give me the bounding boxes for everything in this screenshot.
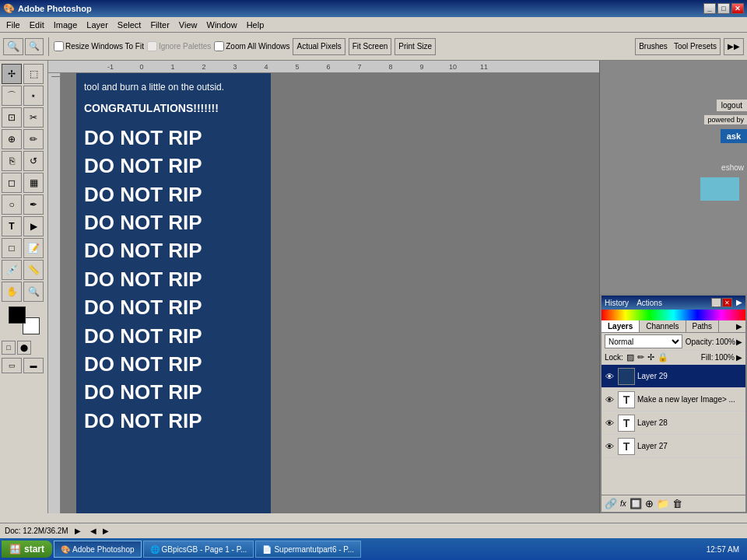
maximize-button[interactable]: □ (717, 3, 730, 14)
layer-27-visibility[interactable]: 👁 (603, 440, 615, 453)
blend-mode-select[interactable]: Normal (605, 334, 682, 348)
menu-edit[interactable]: Edit (25, 19, 49, 31)
resize-windows-input[interactable] (54, 41, 64, 51)
do-not-rip-line: DO NOT RIP (84, 208, 263, 236)
menu-file[interactable]: File (2, 19, 25, 31)
lock-transparency-icon[interactable]: ▨ (626, 352, 634, 362)
taskbar-photoshop[interactable]: 🎨 Adobe Photoshop (54, 541, 142, 558)
dodge-tool[interactable]: ○ (2, 194, 22, 215)
layer-27-thumb: T (618, 438, 635, 455)
layers-bottom-bar: 🔗 fx 🔲 ⊕ 📁 🗑 (601, 495, 745, 512)
crop-tool[interactable]: ⊡ (2, 107, 22, 128)
slideshow-link[interactable]: eshow (718, 162, 747, 173)
zoom-in-btn[interactable]: 🔍 (3, 38, 23, 55)
layers-minimize[interactable]: _ (711, 298, 721, 307)
layer-delete-icon[interactable]: 🗑 (672, 498, 682, 509)
separator1 (48, 37, 49, 56)
zoom-out-btn[interactable]: 🔍 (25, 38, 44, 55)
close-button[interactable]: ✕ (731, 3, 744, 14)
brushes-presets-btn[interactable]: Brushes Tool Presets (635, 38, 721, 55)
menu-filter[interactable]: Filter (146, 19, 174, 31)
canvas-content[interactable]: tool and burn a little on the outsid. CO… (61, 73, 599, 513)
ignore-palettes-checkbox[interactable]: Ignore Palettes (147, 41, 211, 51)
status-arrow[interactable]: ▶ (75, 527, 81, 535)
layer-link-icon[interactable]: 🔗 (605, 498, 617, 509)
menu-window[interactable]: Window (202, 19, 242, 31)
minimize-button[interactable]: _ (703, 3, 716, 14)
palette-arrow-btn[interactable]: ▶▶ (724, 38, 744, 55)
taskbar-gbpics[interactable]: 🌐 GBpicsGB - Page 1 - P... (143, 541, 254, 558)
lock-move-icon[interactable]: ✢ (647, 352, 654, 362)
ignore-palettes-input[interactable] (147, 41, 157, 51)
quick-mask-btn[interactable]: ⬤ (17, 341, 31, 355)
standard-mode-btn[interactable]: □ (2, 341, 16, 355)
text-tool[interactable]: T (2, 216, 22, 236)
layers-panel-menu-arrow[interactable]: ▶ (733, 320, 745, 332)
eraser-tool[interactable]: ◻ (2, 173, 22, 193)
scroll-right-btn[interactable]: ▶ (103, 527, 109, 535)
menu-select[interactable]: Select (113, 19, 146, 31)
canvas-area: -1 0 1 2 3 4 5 6 7 8 9 10 11 │ (48, 61, 599, 513)
healing-tool[interactable]: ⊕ (2, 129, 22, 149)
powered-by-label: powered by (704, 115, 747, 124)
measure-tool[interactable]: 📏 (23, 260, 44, 280)
lasso-tool[interactable]: ⌒ (2, 86, 22, 106)
layer-row-28[interactable]: 👁 T Layer 28 (601, 411, 745, 435)
gradient-tool[interactable]: ▦ (23, 173, 44, 193)
congratulations-text: CONGRATULATIONS!!!!!!! (84, 102, 263, 114)
shape-tool[interactable]: □ (2, 238, 22, 258)
options-toolbar: 🔍 🔍 Resize Windows To Fit Ignore Palette… (0, 33, 747, 61)
menu-layer[interactable]: Layer (82, 19, 113, 31)
pen-tool[interactable]: ✒ (23, 194, 44, 215)
color-swatches[interactable] (9, 306, 40, 334)
lock-all-icon[interactable]: 🔒 (658, 352, 668, 362)
notes-tool[interactable]: 📝 (23, 238, 44, 258)
resize-windows-checkbox[interactable]: Resize Windows To Fit (54, 41, 144, 51)
ask-button[interactable]: ask (721, 129, 747, 143)
layer-group-icon[interactable]: 📁 (657, 498, 669, 509)
lock-paint-icon[interactable]: ✏ (637, 352, 644, 362)
zoom-tool[interactable]: 🔍 (23, 282, 44, 302)
layer-fx-icon[interactable]: fx (620, 499, 626, 508)
magic-wand-tool[interactable]: ⋆ (23, 86, 44, 106)
fullscreen-with-menu-btn[interactable]: ▬ (23, 358, 44, 373)
eyedropper-tool[interactable]: 💉 (2, 260, 22, 280)
tab-channels[interactable]: Channels (640, 320, 686, 332)
layer-row-29[interactable]: 👁 Layer 29 (601, 365, 745, 388)
selection-tool[interactable]: ⬚ (23, 64, 44, 84)
standard-screen-btn[interactable]: ▭ (2, 358, 22, 373)
path-select-tool[interactable]: ▶ (23, 216, 44, 236)
scroll-left-btn[interactable]: ◀ (90, 527, 96, 535)
clone-stamp-tool[interactable]: ⎘ (2, 151, 22, 171)
actual-pixels-button[interactable]: Actual Pixels (293, 38, 345, 55)
layer-29-visibility[interactable]: 👁 (603, 370, 615, 383)
fill-arrow[interactable]: ▶ (736, 353, 742, 362)
menu-image[interactable]: Image (49, 19, 82, 31)
history-brush-tool[interactable]: ↺ (23, 151, 44, 171)
print-size-button[interactable]: Print Size (395, 38, 436, 55)
layer-row-text1[interactable]: 👁 T Make a new layer Image> ... (601, 388, 745, 411)
hand-tool[interactable]: ✋ (2, 282, 22, 302)
zoom-all-checkbox[interactable]: Zoom All Windows (214, 41, 289, 51)
tab-layers[interactable]: Layers (601, 320, 640, 332)
move-tool[interactable]: ✢ (2, 64, 22, 84)
layer-row-27[interactable]: 👁 T Layer 27 (601, 435, 745, 458)
layer-adjustment-icon[interactable]: ⊕ (645, 498, 654, 509)
logout-link[interactable]: logout (717, 100, 747, 111)
brush-tool[interactable]: ✏ (23, 129, 44, 149)
slice-tool[interactable]: ✂ (23, 107, 44, 128)
taskbar-superman[interactable]: 📄 Supermantutpart6 - P... (255, 541, 361, 558)
tab-paths[interactable]: Paths (686, 320, 720, 332)
menu-help[interactable]: Help (242, 19, 269, 31)
zoom-all-input[interactable] (214, 41, 224, 51)
layers-panel-menu[interactable]: ▶ (736, 298, 742, 307)
foreground-color-swatch[interactable] (9, 306, 26, 324)
fit-screen-button[interactable]: Fit Screen (349, 38, 392, 55)
layer-mask-icon[interactable]: 🔲 (630, 498, 642, 509)
layer-28-visibility[interactable]: 👁 (603, 417, 615, 429)
opacity-arrow[interactable]: ▶ (736, 338, 742, 346)
menu-view[interactable]: View (174, 19, 202, 31)
start-button[interactable]: 🪟 start (2, 541, 52, 558)
layers-close[interactable]: ✕ (722, 298, 732, 307)
layer-text1-visibility[interactable]: 👁 (603, 394, 615, 406)
